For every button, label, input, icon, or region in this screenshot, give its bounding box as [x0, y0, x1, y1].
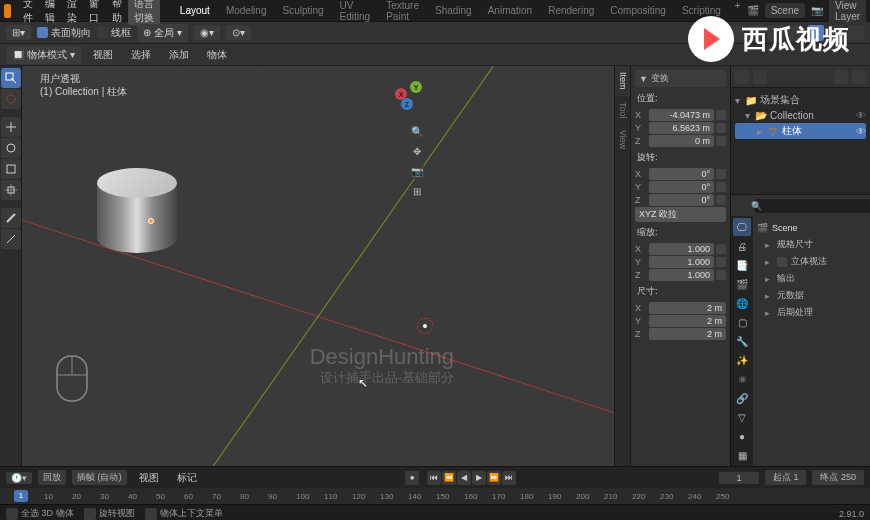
orientation-selector[interactable]: ⊕ 全局 ▾	[137, 24, 188, 42]
eye-icon[interactable]: 👁	[856, 110, 866, 120]
lock-icon[interactable]	[716, 257, 726, 267]
menu-help[interactable]: 帮助	[106, 0, 128, 25]
object-menu[interactable]: 物体	[201, 48, 233, 62]
menu-window[interactable]: 窗口	[83, 0, 105, 25]
rotation-mode[interactable]: XYZ 欧拉	[635, 207, 726, 222]
prop-tab-data[interactable]: ▽	[733, 408, 751, 426]
timeline-ruler[interactable]: 1 10 20 30 40 50 60 70 80 90 100 110 120…	[0, 488, 870, 504]
tree-scene-collection[interactable]: ▾📁场景集合	[735, 92, 866, 108]
menu-edit[interactable]: 编辑	[39, 0, 61, 25]
tab-sculpting[interactable]: Sculpting	[274, 0, 331, 21]
overlay-toggle[interactable]	[748, 25, 764, 41]
prop-metadata[interactable]: ▸元数据	[757, 287, 866, 304]
face-orientation-toggle[interactable]: 表面朝向	[37, 26, 91, 40]
property-search[interactable]	[754, 199, 870, 213]
tree-collection[interactable]: ▾📂Collection👁	[735, 108, 866, 122]
outliner-type-icon[interactable]	[735, 70, 749, 84]
menu-language[interactable]: 语言切换	[128, 0, 160, 25]
tree-cylinder[interactable]: ▸▽柱体👁	[735, 123, 866, 139]
prop-tab-object[interactable]: ▢	[733, 313, 751, 331]
3d-viewport[interactable]: ↖ 用户透视 (1) Collection | 柱体 Z Y X 🔍 ✥ 📷 ⊞…	[22, 66, 614, 466]
prop-output[interactable]: ▸输出	[757, 270, 866, 287]
lock-icon[interactable]	[716, 169, 726, 179]
lock-icon[interactable]	[716, 123, 726, 133]
camera-icon[interactable]: 📷	[408, 162, 426, 180]
rotation-x[interactable]: 0°	[649, 168, 714, 180]
tool-rotate[interactable]	[1, 138, 21, 158]
lock-icon[interactable]	[716, 136, 726, 146]
play-reverse-button[interactable]: ◀	[457, 471, 471, 485]
dim-y[interactable]: 2 m	[649, 315, 726, 327]
cylinder-object[interactable]	[97, 168, 177, 253]
prop-tab-output[interactable]: 🖨	[733, 237, 751, 255]
tab-modeling[interactable]: Modeling	[218, 0, 275, 21]
gizmo-x-axis[interactable]: X	[395, 88, 407, 100]
pan-icon[interactable]: ✥	[408, 142, 426, 160]
shading-material[interactable]	[828, 25, 844, 41]
editor-type-selector[interactable]: ⊞▾	[6, 25, 31, 40]
scale-y[interactable]: 1.000	[649, 256, 714, 268]
shading-rendered[interactable]	[848, 25, 864, 41]
npanel-tab-tool[interactable]: Tool	[615, 96, 630, 125]
scale-x[interactable]: 1.000	[649, 243, 714, 255]
start-frame[interactable]: 起点 1	[765, 470, 807, 485]
tool-transform[interactable]	[1, 180, 21, 200]
scene-selector[interactable]: Scene	[765, 3, 805, 18]
viewlayer-selector[interactable]: View Layer	[829, 0, 866, 24]
npanel-tab-item[interactable]: Item	[615, 66, 630, 96]
playhead[interactable]: 1	[14, 490, 28, 502]
snap-selector[interactable]: ◉▾	[194, 25, 220, 40]
lock-icon[interactable]	[716, 244, 726, 254]
tab-shading[interactable]: Shading	[427, 0, 480, 21]
add-workspace-button[interactable]: +	[729, 0, 747, 21]
location-z[interactable]: 0 m	[649, 135, 714, 147]
tool-scale[interactable]	[1, 159, 21, 179]
prop-tab-physics[interactable]: ⚛	[733, 370, 751, 388]
tab-rendering[interactable]: Rendering	[540, 0, 602, 21]
menu-render[interactable]: 渲染	[61, 0, 83, 25]
prop-tab-render[interactable]: 🖵	[733, 218, 751, 236]
new-collection-icon[interactable]	[834, 70, 848, 84]
shading-solid[interactable]	[808, 25, 824, 41]
npanel-tab-view[interactable]: View	[615, 124, 630, 155]
keyframe-prev-button[interactable]: ⏪	[442, 471, 456, 485]
menu-file[interactable]: 文件	[17, 0, 39, 25]
rotation-z[interactable]: 0°	[649, 194, 714, 206]
scene-breadcrumb[interactable]: 🎬Scene	[757, 220, 866, 236]
current-frame[interactable]: 1	[719, 472, 759, 484]
location-x[interactable]: -4.0473 m	[649, 109, 714, 121]
rotation-y[interactable]: 0°	[649, 181, 714, 193]
xray-toggle[interactable]	[768, 25, 784, 41]
tool-cursor[interactable]	[1, 89, 21, 109]
lock-icon[interactable]	[716, 195, 726, 205]
prop-tab-world[interactable]: 🌐	[733, 294, 751, 312]
tab-scripting[interactable]: Scripting	[674, 0, 729, 21]
prop-dimensions[interactable]: ▸规格尺寸	[757, 236, 866, 253]
lock-icon[interactable]	[716, 110, 726, 120]
tab-layout[interactable]: Layout	[172, 0, 218, 21]
tab-animation[interactable]: Animation	[480, 0, 540, 21]
prop-stereoscopy[interactable]: ▸立体视法	[757, 253, 866, 270]
keyframe-next-button[interactable]: ⏩	[487, 471, 501, 485]
gizmo-y-axis[interactable]: Y	[410, 81, 422, 93]
transform-header[interactable]: ▼变换	[635, 70, 726, 87]
add-menu[interactable]: 添加	[163, 48, 195, 62]
timeline-editor-icon[interactable]: 🕐▾	[6, 472, 32, 484]
tool-move[interactable]	[1, 117, 21, 137]
autokey-button[interactable]: ●	[405, 471, 419, 485]
play-button[interactable]: ▶	[472, 471, 486, 485]
dim-x[interactable]: 2 m	[649, 302, 726, 314]
wireframe-toggle[interactable]: 线框	[97, 26, 131, 40]
shading-wireframe[interactable]	[788, 25, 804, 41]
perspective-icon[interactable]: ⊞	[408, 182, 426, 200]
eye-icon[interactable]: 👁	[856, 126, 866, 136]
location-y[interactable]: 6.5623 m	[649, 122, 714, 134]
end-frame[interactable]: 终点 250	[812, 470, 864, 485]
prop-tab-scene[interactable]: 🎬	[733, 275, 751, 293]
prop-tab-material[interactable]: ●	[733, 427, 751, 445]
dim-z[interactable]: 2 m	[649, 328, 726, 340]
gizmo-toggle[interactable]	[728, 25, 744, 41]
select-menu[interactable]: 选择	[125, 48, 157, 62]
zoom-icon[interactable]: 🔍	[408, 122, 426, 140]
lock-icon[interactable]	[716, 182, 726, 192]
